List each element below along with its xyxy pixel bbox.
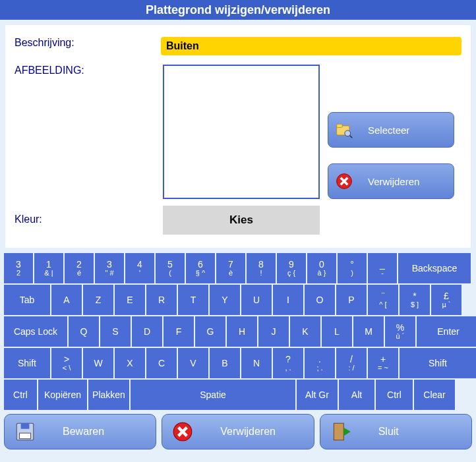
key-c[interactable]: C — [146, 348, 177, 378]
verwijderen-footer-button[interactable]: Verwijderen — [162, 414, 314, 449]
key-k[interactable]: K — [290, 316, 320, 347]
key-ctrl[interactable]: Ctrl — [4, 380, 37, 410]
key-[interactable]: £µ ` — [431, 285, 461, 315]
key-shift[interactable]: Shift — [400, 348, 476, 378]
svg-marker-14 — [343, 428, 351, 436]
key-6[interactable]: 6§ ^ — [186, 253, 215, 283]
key-w[interactable]: W — [83, 348, 113, 378]
image-preview — [163, 65, 320, 199]
svg-line-3 — [350, 136, 353, 138]
kies-button[interactable]: Kies — [163, 206, 320, 235]
bewaren-button[interactable]: Bewaren — [4, 414, 156, 449]
key-[interactable]: ?, . — [273, 348, 303, 378]
key-plakken[interactable]: Plakken — [88, 380, 129, 410]
key-z[interactable]: Z — [83, 285, 113, 315]
key-enter[interactable]: Enter — [417, 316, 476, 347]
beschrijving-input[interactable] — [161, 37, 461, 55]
key-5[interactable]: 5( — [156, 253, 185, 283]
onscreen-keyboard: 321& |2é3" #4'5(6§ ^7è8!9ç {0à }°)_-Back… — [4, 253, 472, 410]
key-a[interactable]: A — [51, 285, 82, 315]
key-t[interactable]: T — [178, 285, 208, 315]
key-s[interactable]: S — [100, 316, 131, 347]
verwijderen-label: Verwijderen — [368, 176, 419, 187]
label-kleur: Kleur: — [15, 206, 163, 225]
key-altgr[interactable]: Alt Gr — [297, 380, 338, 410]
key-tab[interactable]: Tab — [4, 285, 50, 315]
key-u[interactable]: U — [241, 285, 272, 315]
key-d[interactable]: D — [132, 316, 162, 347]
key-[interactable]: >< \ — [51, 348, 82, 378]
key-[interactable]: .; . — [305, 348, 335, 378]
key-x[interactable]: X — [115, 348, 145, 378]
key-v[interactable]: V — [178, 348, 208, 378]
key-7[interactable]: 7è — [216, 253, 245, 283]
label-beschrijving: Beschrijving: — [15, 37, 161, 49]
key-[interactable]: ¨^ [ — [368, 285, 398, 315]
key-3[interactable]: 3" # — [95, 253, 124, 283]
page-title: Plattegrond wijzigen/verwijderen — [146, 3, 330, 16]
key-i[interactable]: I — [273, 285, 303, 315]
key-m[interactable]: M — [353, 316, 384, 347]
key-h[interactable]: H — [227, 316, 257, 347]
title-bar: Plattegrond wijzigen/verwijderen — [0, 0, 476, 20]
save-icon — [14, 420, 36, 443]
form-panel: Beschrijving: AFBEELDING: Selecteer — [5, 25, 471, 248]
key-n[interactable]: N — [241, 348, 272, 378]
key-p[interactable]: P — [336, 285, 367, 315]
key-l[interactable]: L — [322, 316, 352, 347]
key-[interactable]: %ù ´ — [385, 316, 415, 347]
footer-bar: Bewaren Verwijderen Sluit — [4, 414, 472, 449]
sluit-label: Sluit — [378, 426, 399, 438]
key-f[interactable]: F — [164, 316, 194, 347]
key-r[interactable]: R — [146, 285, 177, 315]
key-backspace[interactable]: Backspace — [398, 253, 471, 283]
key-clear[interactable]: Clear — [414, 380, 455, 410]
key-spatie[interactable]: Spatie — [131, 380, 295, 410]
selecteer-label: Selecteer — [368, 125, 409, 136]
key-8[interactable]: 8! — [247, 253, 276, 283]
key-1[interactable]: 1& | — [34, 253, 63, 283]
delete-icon — [335, 172, 353, 190]
key-4[interactable]: 4' — [125, 253, 154, 283]
key-9[interactable]: 9ç { — [277, 253, 306, 283]
key-[interactable]: /: / — [336, 348, 367, 378]
key-q[interactable]: Q — [69, 316, 99, 347]
delete-icon — [171, 420, 194, 443]
key-3[interactable]: 32 — [4, 253, 33, 283]
selecteer-button[interactable]: Selecteer — [328, 112, 454, 148]
key-[interactable]: += ~ — [368, 348, 398, 378]
key-y[interactable]: Y — [210, 285, 240, 315]
folder-search-icon — [335, 121, 353, 139]
key-0[interactable]: 0à } — [307, 253, 336, 283]
key-b[interactable]: B — [210, 348, 240, 378]
key-shift[interactable]: Shift — [4, 348, 50, 378]
bewaren-label: Bewaren — [63, 426, 104, 438]
key-capslock[interactable]: Caps Lock — [4, 316, 67, 347]
sluit-button[interactable]: Sluit — [320, 414, 472, 449]
key-[interactable]: _- — [368, 253, 397, 283]
key-o[interactable]: O — [305, 285, 335, 315]
verwijderen-footer-label: Verwijderen — [220, 426, 276, 438]
svg-point-2 — [345, 130, 351, 136]
key-2[interactable]: 2é — [65, 253, 94, 283]
key-g[interactable]: G — [195, 316, 225, 347]
svg-rect-13 — [334, 423, 343, 440]
svg-rect-8 — [20, 433, 31, 439]
verwijderen-button[interactable]: Verwijderen — [328, 163, 454, 199]
key-[interactable]: *$ ] — [400, 285, 430, 315]
key-kopiren[interactable]: Kopiëren — [38, 380, 87, 410]
key-[interactable]: °) — [338, 253, 367, 283]
exit-door-icon — [330, 420, 352, 443]
key-j[interactable]: J — [258, 316, 289, 347]
key-e[interactable]: E — [115, 285, 145, 315]
svg-rect-9 — [21, 423, 30, 429]
key-alt[interactable]: Alt — [339, 380, 374, 410]
svg-rect-1 — [337, 124, 343, 127]
label-afbeelding: AFBEELDING: — [15, 65, 163, 76]
key-ctrl[interactable]: Ctrl — [376, 380, 413, 410]
kies-label: Kies — [229, 214, 253, 226]
